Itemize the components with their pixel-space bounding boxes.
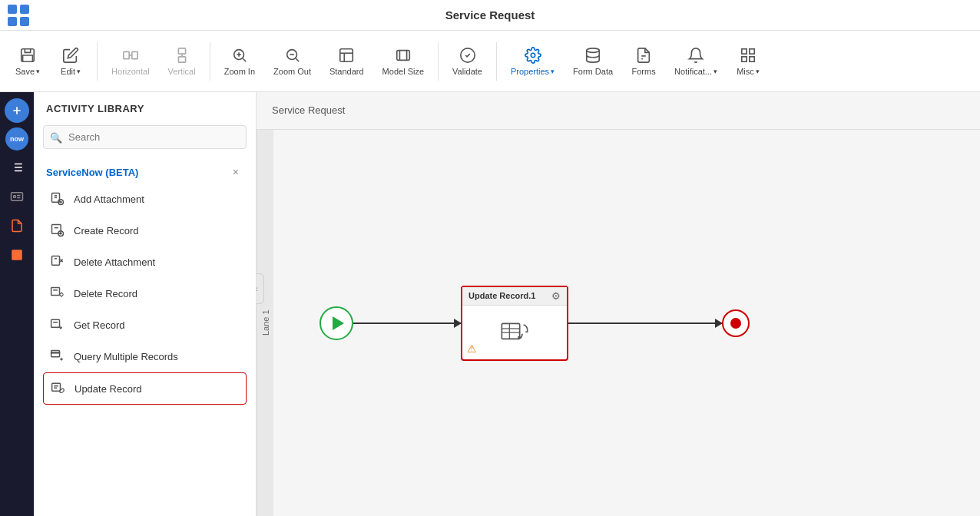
delete-record-label: Delete Record: [74, 288, 137, 299]
zoom-out-button[interactable]: Zoom Out: [266, 41, 319, 82]
sidebar-item-delete-attachment[interactable]: Delete Attachment: [43, 246, 247, 277]
nav-list-icon[interactable]: [5, 155, 29, 180]
query-multiple-records-icon: [49, 348, 66, 365]
svg-rect-52: [51, 288, 60, 296]
sidebar-search-container: 🔍: [43, 125, 247, 149]
svg-rect-54: [51, 319, 60, 327]
svg-rect-1: [124, 51, 129, 58]
add-attachment-icon: [49, 190, 66, 207]
sidebar-collapse-button[interactable]: ‹: [257, 273, 264, 304]
update-record-label: Update Record: [74, 383, 141, 395]
sidebar-section-header[interactable]: ServiceNow (BETA) ×: [43, 161, 247, 183]
app-logo: [8, 5, 29, 26]
svg-rect-50: [52, 256, 60, 266]
nav-form2-icon[interactable]: [5, 243, 29, 267]
svg-point-20: [531, 53, 535, 58]
flow-arrow-2: [568, 322, 722, 324]
top-bar: Service Request: [0, 0, 980, 31]
sidebar-section: ServiceNow (BETA) × Add Attachment: [34, 157, 256, 408]
svg-line-12: [296, 58, 299, 61]
add-attachment-label: Add Attachment: [74, 194, 144, 205]
horizontal-label: Horizontal: [111, 67, 150, 76]
save-button[interactable]: Save▾: [8, 41, 48, 82]
zoom-out-label: Zoom Out: [273, 67, 311, 76]
svg-point-21: [587, 48, 600, 52]
lane-label: Lane 1: [257, 130, 273, 516]
nav-form-icon[interactable]: [5, 213, 29, 238]
edit-button[interactable]: Edit▾: [51, 41, 91, 82]
flow-inner: Update Record.1 ⚙: [319, 286, 980, 361]
svg-rect-14: [340, 48, 353, 61]
svg-rect-38: [12, 250, 22, 260]
svg-rect-58: [52, 383, 61, 391]
search-input[interactable]: [43, 125, 247, 149]
query-multiple-records-label: Query Multiple Records: [74, 351, 178, 362]
flow-arrow-1: [353, 322, 461, 324]
create-record-icon: [49, 222, 66, 239]
form-data-button[interactable]: Form Data: [565, 41, 621, 82]
forms-button[interactable]: Forms: [624, 41, 664, 82]
svg-rect-4: [178, 48, 185, 53]
validate-button[interactable]: Validate: [445, 41, 490, 82]
delete-record-icon: [49, 285, 66, 302]
notifications-label: Notificat...▾: [674, 67, 717, 76]
toolbar-separator-3: [438, 42, 439, 81]
zoom-in-label: Zoom In: [224, 67, 255, 76]
sidebar-item-delete-record[interactable]: Delete Record: [43, 278, 247, 309]
search-icon: 🔍: [50, 131, 62, 143]
activity-node-body: ⚠: [462, 306, 567, 359]
svg-rect-17: [397, 50, 410, 60]
sidebar-section-name: ServiceNow (BETA): [46, 167, 138, 178]
sidebar-item-update-record[interactable]: Update Record: [43, 372, 247, 405]
sidebar-item-get-record[interactable]: Get Record: [43, 309, 247, 340]
save-label: Save▾: [15, 67, 40, 76]
flow-container: Update Record.1 ⚙: [273, 130, 980, 516]
activity-node-title: Update Record.1: [468, 291, 535, 300]
nav-now-icon[interactable]: now: [5, 127, 28, 150]
toolbar-separator-1: [97, 42, 98, 81]
horizontal-button[interactable]: Horizontal: [104, 41, 157, 82]
left-nav: now: [0, 92, 34, 516]
activity-node-header: Update Record.1 ⚙: [462, 287, 567, 306]
delete-attachment-label: Delete Attachment: [74, 256, 155, 268]
canvas-area: Service Request ‹ Lane 1 Upda: [257, 92, 980, 516]
delete-attachment-icon: [49, 253, 66, 270]
sidebar-item-query-multiple-records[interactable]: Query Multiple Records: [43, 341, 247, 372]
vertical-button[interactable]: Vertical: [161, 41, 204, 82]
svg-line-8: [243, 58, 246, 61]
toolbar-separator-2: [210, 42, 210, 81]
notifications-button[interactable]: Notificat...▾: [667, 41, 725, 82]
activity-warning-icon: ⚠: [467, 342, 477, 355]
page-title: Service Request: [445, 8, 535, 22]
get-record-icon: [49, 316, 66, 333]
misc-label: Misc▾: [737, 67, 760, 76]
nav-add-icon[interactable]: [5, 98, 29, 123]
svg-rect-61: [502, 323, 519, 339]
create-record-label: Create Record: [74, 225, 139, 237]
sidebar-item-add-attachment[interactable]: Add Attachment: [43, 184, 247, 214]
vertical-label: Vertical: [168, 67, 196, 76]
model-size-button[interactable]: Model Size: [375, 41, 432, 82]
main-layout: now Activity Library 🔍 ServiceNow (BETA)…: [0, 92, 980, 516]
toolbar-separator-4: [496, 42, 497, 81]
standard-button[interactable]: Standard: [322, 41, 372, 82]
svg-point-35: [14, 196, 16, 198]
end-node[interactable]: [722, 309, 750, 337]
sidebar-close-button[interactable]: ×: [228, 164, 243, 180]
start-node[interactable]: [319, 306, 353, 340]
canvas-label: Service Request: [272, 104, 345, 116]
properties-label: Properties▾: [511, 67, 555, 76]
svg-rect-56: [51, 351, 60, 357]
nav-id-icon[interactable]: [5, 184, 29, 209]
properties-button[interactable]: Properties▾: [503, 41, 562, 82]
misc-button[interactable]: Misc▾: [728, 41, 768, 82]
standard-label: Standard: [329, 67, 364, 76]
sidebar-item-create-record[interactable]: Create Record: [43, 215, 247, 246]
activity-node-gear-icon[interactable]: ⚙: [551, 290, 561, 302]
model-size-label: Model Size: [382, 67, 424, 76]
svg-rect-45: [52, 225, 61, 234]
get-record-label: Get Record: [74, 319, 124, 331]
update-record-icon: [50, 380, 67, 397]
zoom-in-button[interactable]: Zoom In: [217, 41, 263, 82]
activity-node[interactable]: Update Record.1 ⚙: [461, 286, 568, 361]
